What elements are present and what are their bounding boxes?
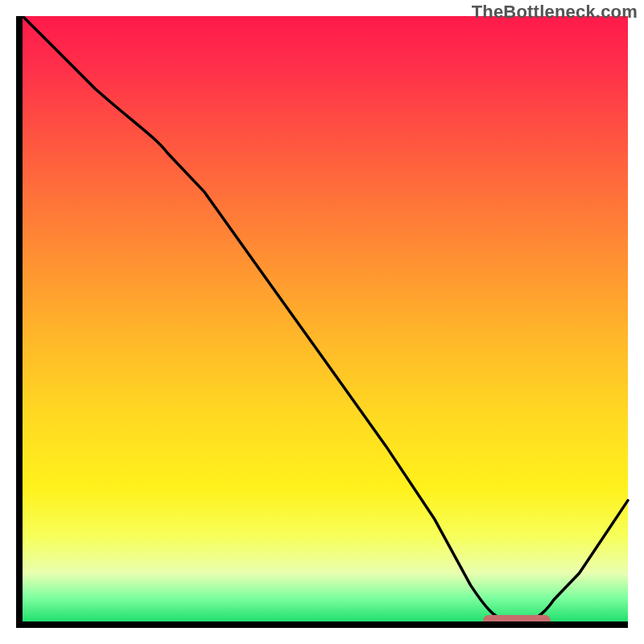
- chart-frame: [16, 16, 628, 628]
- watermark-text: TheBottleneck.com: [472, 2, 638, 23]
- axes: [16, 16, 628, 628]
- chart-canvas: TheBottleneck.com: [0, 0, 644, 644]
